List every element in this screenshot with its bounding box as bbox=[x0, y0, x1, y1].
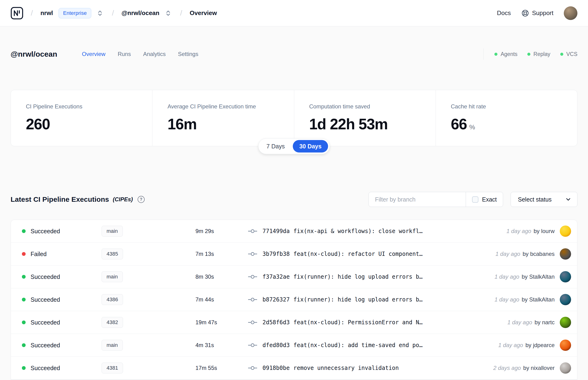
duration-label: 8m 30s bbox=[195, 273, 248, 280]
page-title: @nrwl/ocean bbox=[11, 50, 57, 58]
select-status-dropdown[interactable]: Select status bbox=[511, 192, 577, 207]
commit-hash: 0918b0be bbox=[263, 365, 290, 371]
commit-link[interactable]: f37a32aefix(runner): hide log upload err… bbox=[263, 273, 423, 280]
relative-time: 1 day ago bbox=[495, 273, 519, 280]
breadcrumb-separator: / bbox=[31, 9, 33, 18]
cipe-row[interactable]: Succeeded 4381 17m 55s 0918b0beremove un… bbox=[11, 357, 577, 380]
indicator-agents[interactable]: Agents bbox=[494, 51, 517, 57]
author-label: by nartc bbox=[535, 319, 555, 326]
indicator-replay[interactable]: Replay bbox=[527, 51, 550, 57]
breadcrumb-page: Overview bbox=[190, 9, 217, 17]
author-avatar bbox=[560, 362, 571, 374]
nx-logo-icon bbox=[11, 7, 23, 19]
branch-filter-input[interactable] bbox=[369, 192, 466, 207]
docs-link[interactable]: Docs bbox=[497, 9, 511, 17]
status-dot bbox=[22, 252, 26, 256]
commit-hash: f37a32ae bbox=[263, 273, 290, 280]
breadcrumb-org[interactable]: nrwl bbox=[40, 9, 53, 17]
commit-message: fix(runner): hide log upload errors b… bbox=[294, 273, 423, 280]
stat-value: 260 bbox=[26, 116, 50, 133]
user-avatar[interactable] bbox=[564, 6, 577, 20]
branch-badge[interactable]: 4381 bbox=[102, 362, 123, 373]
duration-label: 17m 55s bbox=[195, 365, 248, 371]
duration-label: 7m 13s bbox=[195, 251, 248, 257]
duration-label: 7m 44s bbox=[195, 296, 248, 303]
git-commit-icon bbox=[248, 297, 257, 302]
stat-label: Average CI Pipeline Execution time bbox=[168, 103, 287, 110]
cipe-row[interactable]: Succeeded 4386 7m 44s b8726327fix(runner… bbox=[11, 288, 577, 311]
tab-runs[interactable]: Runs bbox=[118, 51, 131, 57]
commit-message: feat(nx-cloud): add time-saved end po… bbox=[294, 342, 423, 348]
stat-label: Computation time saved bbox=[309, 103, 429, 110]
status-label: Failed bbox=[31, 251, 47, 258]
commit-hash: 3b79fb38 bbox=[263, 251, 290, 257]
exact-toggle[interactable]: Exact bbox=[466, 192, 503, 207]
help-icon[interactable]: ? bbox=[138, 196, 145, 203]
status-dot bbox=[22, 229, 26, 233]
org-switcher-button[interactable] bbox=[95, 9, 104, 18]
commit-link[interactable]: 0918b0beremove unnecessary invalidation bbox=[263, 365, 399, 371]
branch-badge[interactable]: main bbox=[102, 226, 123, 237]
status-dot bbox=[22, 321, 26, 324]
author-label: by StalkAltan bbox=[522, 273, 555, 280]
date-range-toggle: 7 Days 30 Days bbox=[258, 138, 330, 154]
workspace-switcher-button[interactable] bbox=[164, 9, 173, 18]
stat-label: CI Pipeline Executions bbox=[26, 103, 145, 110]
stat-cache-hit-rate: Cache hit rate 66% bbox=[436, 90, 577, 146]
commit-link[interactable]: dfed80d3feat(nx-cloud): add time-saved e… bbox=[263, 342, 423, 348]
support-link[interactable]: Support bbox=[521, 9, 553, 17]
support-label: Support bbox=[532, 9, 553, 17]
commit-message: fix(runner): hide log upload errors b… bbox=[294, 296, 423, 303]
stat-computation-time-saved: Computation time saved 1d 22h 53m bbox=[294, 90, 436, 146]
branch-badge[interactable]: main bbox=[102, 271, 123, 282]
author-label: by lourw bbox=[534, 228, 555, 234]
tab-settings[interactable]: Settings bbox=[178, 51, 198, 57]
chevron-up-down-icon bbox=[165, 10, 172, 17]
indicator-vcs[interactable]: VCS bbox=[560, 51, 577, 57]
breadcrumb-separator: / bbox=[112, 9, 114, 18]
duration-label: 19m 47s bbox=[195, 319, 248, 326]
cipe-row[interactable]: Succeeded main 9m 29s 771499dafix(nx-api… bbox=[11, 220, 577, 243]
breadcrumb-workspace[interactable]: @nrwl/ocean bbox=[122, 9, 159, 17]
duration-label: 4m 31s bbox=[195, 342, 248, 348]
green-dot-icon bbox=[560, 53, 563, 56]
commit-link[interactable]: 771499dafix(nx-api & workflows): close w… bbox=[263, 228, 423, 234]
commit-link[interactable]: 2d58f6d3feat(nx-cloud): PermissionError … bbox=[263, 319, 423, 326]
stats-card-row: CI Pipeline Executions 260 Average CI Pi… bbox=[11, 90, 577, 146]
commit-link[interactable]: b8726327fix(runner): hide log upload err… bbox=[263, 296, 423, 303]
status-label: Succeeded bbox=[31, 296, 60, 303]
stat-value: 16m bbox=[168, 116, 197, 133]
tab-overview[interactable]: Overview bbox=[82, 51, 105, 57]
status-dot bbox=[22, 343, 26, 347]
cipe-row[interactable]: Failed 4385 7m 13s 3b79fb38feat(nx-cloud… bbox=[11, 243, 577, 266]
exact-checkbox[interactable] bbox=[472, 196, 478, 203]
cipe-row[interactable]: Succeeded main 4m 31s dfed80d3feat(nx-cl… bbox=[11, 334, 577, 357]
git-commit-icon bbox=[248, 365, 257, 371]
range-30-days-button[interactable]: 30 Days bbox=[293, 140, 328, 152]
tab-analytics[interactable]: Analytics bbox=[143, 51, 166, 57]
section-title: Latest CI Pipeline Executions bbox=[11, 195, 109, 203]
branch-badge[interactable]: 4385 bbox=[102, 248, 123, 259]
cipe-row[interactable]: Succeeded 4382 19m 47s 2d58f6d3feat(nx-c… bbox=[11, 311, 577, 334]
status-label: Succeeded bbox=[31, 365, 60, 372]
lifebuoy-icon bbox=[521, 9, 529, 17]
branch-badge[interactable]: main bbox=[102, 340, 123, 351]
range-7-days-button[interactable]: 7 Days bbox=[260, 140, 291, 152]
branch-badge[interactable]: 4382 bbox=[102, 317, 123, 328]
branch-badge[interactable]: 4386 bbox=[102, 294, 123, 305]
cipe-table: Succeeded main 9m 29s 771499dafix(nx-api… bbox=[11, 220, 577, 380]
commit-message: feat(nx-cloud): refactor UI component… bbox=[294, 251, 423, 257]
git-commit-icon bbox=[248, 342, 257, 348]
status-label: Succeeded bbox=[31, 342, 60, 349]
relative-time: 1 day ago bbox=[495, 251, 520, 257]
section-title-note: (CIPEs) bbox=[113, 196, 133, 203]
nx-logo[interactable] bbox=[11, 7, 23, 19]
author-label: by jdpearce bbox=[525, 342, 555, 348]
exact-label: Exact bbox=[482, 196, 497, 203]
cipe-row[interactable]: Succeeded main 8m 30s f37a32aefix(runner… bbox=[11, 266, 577, 288]
author-label: by StalkAltan bbox=[522, 296, 555, 303]
author-avatar bbox=[560, 226, 571, 237]
status-label: Succeeded bbox=[31, 228, 60, 235]
commit-link[interactable]: 3b79fb38feat(nx-cloud): refactor UI comp… bbox=[263, 251, 423, 257]
author-avatar bbox=[560, 271, 571, 283]
